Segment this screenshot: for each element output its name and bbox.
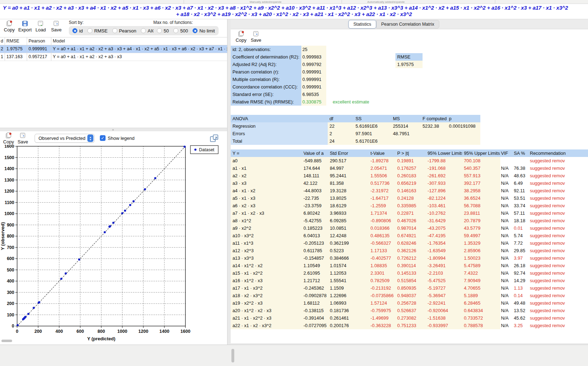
- coef-cell: 290.517: [328, 157, 369, 164]
- col-header-id[interactable]: d: [0, 37, 5, 45]
- coef-cell: 0.185223: [302, 224, 328, 232]
- coef-row: a11 · x1^3-0.2051230.362199-0.5663270.62…: [231, 239, 588, 247]
- coef-cell: -307.933: [426, 179, 462, 187]
- coef-cell: -0.890806: [369, 217, 395, 224]
- radio-sort-id[interactable]: id: [72, 28, 83, 34]
- coef-cell: a9 · x2^2: [231, 224, 302, 232]
- coef-cell: 0.517736: [369, 179, 395, 187]
- coef-cell: N/A: [500, 307, 513, 314]
- coef-cell: suggested remov: [528, 247, 588, 254]
- model-row[interactable]: 1137.1630.957217Y = a0 + a1 · x1 + a2 · …: [0, 53, 227, 61]
- vertical-scrollbar-thumb[interactable]: [231, 349, 234, 362]
- select-stepper-icon: ▲▼: [87, 134, 93, 142]
- coef-cell: suggested remov: [528, 187, 588, 194]
- coef-cell: 20.7879: [462, 217, 500, 224]
- coef-cell: suggested remov: [528, 299, 588, 307]
- coef-cell: -0.402577: [369, 254, 395, 262]
- anova-cell: [391, 137, 421, 145]
- coef-cell: 42.122: [302, 179, 328, 187]
- plot-save-button[interactable]: Save: [16, 132, 30, 144]
- coef-cell: 1.06993: [328, 299, 369, 307]
- expand-plot-button[interactable]: [210, 134, 219, 144]
- col-header-model[interactable]: Model: [51, 37, 227, 45]
- model-formula: Y = a0 + a1 · x1 + a2 · x2 + a3 · x3 + a…: [0, 4, 588, 19]
- coef-cell: suggested remov: [528, 209, 588, 217]
- scatter-plot[interactable]: 0200400600800100012001400160001002003004…: [0, 145, 227, 342]
- coef-cell: -0.138115: [302, 307, 328, 314]
- export-button[interactable]: Export: [17, 20, 33, 32]
- stats-copy-button[interactable]: Copy: [234, 31, 249, 43]
- radio-label: 50: [164, 28, 169, 34]
- tab-pearson-correlation-matrix[interactable]: Pearson Correlation Matrix: [376, 20, 439, 29]
- load-button[interactable]: Load: [33, 20, 48, 32]
- svg-text:1600: 1600: [180, 329, 190, 334]
- coef-cell: 18.18: [513, 217, 528, 224]
- coef-cell: 148.111: [302, 172, 328, 179]
- coef-cell: 0.256728: [395, 299, 426, 307]
- coef-cell: 95.2441: [328, 172, 369, 179]
- svg-text:1400: 1400: [4, 166, 14, 171]
- coef-cell: 81.358: [328, 179, 369, 187]
- coef-row: a21 · x1 · x2^2 · x3-0.3914040.261461-1.…: [231, 314, 588, 322]
- coef-cell: suggested remov: [528, 292, 588, 299]
- coef-cell: [500, 157, 513, 164]
- coef-cell: 1.08835: [369, 262, 395, 269]
- radio-maxfn-500[interactable]: 500: [173, 28, 188, 34]
- top-tab[interactable]: Automatically added/expande: [367, 0, 405, 4]
- coef-cell: 1.57124: [369, 299, 395, 307]
- stats-save-button[interactable]: Save: [249, 31, 264, 43]
- plot-view-select[interactable]: Observed vs Predicted ▲▼: [35, 134, 94, 143]
- radio-dot-icon: [173, 28, 178, 33]
- coef-cell: N/A: [500, 269, 513, 277]
- radio-sort-rmse[interactable]: RMSE: [87, 28, 108, 34]
- svg-text:1300: 1300: [4, 178, 14, 183]
- coef-cell: 392.177: [462, 179, 500, 187]
- coef-cell: -47.4195: [426, 232, 462, 239]
- radio-maxfn-50[interactable]: 50: [157, 28, 169, 34]
- radio-maxfn-no-limit[interactable]: No limit: [193, 28, 215, 34]
- coef-cell: N/A: [500, 172, 513, 179]
- radio-label: Pearson: [119, 28, 136, 34]
- radio-dot-icon: [193, 28, 198, 33]
- radio-dot-icon: [112, 28, 117, 33]
- coef-cell: a22 · x1 · x2 · x3^2: [231, 322, 302, 329]
- coef-cell: 0.643834: [462, 307, 500, 314]
- checkbox-check-icon: ✓: [100, 135, 106, 141]
- svg-text:200: 200: [7, 301, 14, 306]
- coef-cell: 19.3128: [328, 187, 369, 194]
- save-button[interactable]: Save: [48, 20, 64, 32]
- coef-cell: N/A: [500, 217, 513, 224]
- coef-cell: suggested remov: [528, 224, 588, 232]
- coef-cell: 38.2958: [462, 187, 500, 194]
- sort-by-label: Sort by:: [69, 20, 159, 25]
- coef-cell: 0.200176: [328, 322, 369, 329]
- coef-row: a9 · x2^20.18522310.08510.0183660.987014…: [231, 224, 588, 232]
- svg-text:Y (predicted): Y (predicted): [87, 336, 115, 341]
- tab-statistics[interactable]: Statistics: [348, 20, 376, 29]
- horizontal-scrollbar-thumb[interactable]: [1, 340, 12, 342]
- summary-note: excellent estimate: [333, 98, 369, 106]
- svg-text:1200: 1200: [4, 189, 14, 194]
- splitter-grip: [112, 129, 114, 131]
- plot-copy-button[interactable]: Copy: [1, 132, 16, 144]
- coef-cell: -0.391404: [302, 314, 328, 322]
- col-header-pearson[interactable]: Pearson: [27, 37, 51, 45]
- coef-cell: -0.154857: [302, 254, 328, 262]
- coef-cell: 0.261461: [328, 314, 369, 322]
- copy-button[interactable]: Copy: [1, 20, 17, 32]
- show-legend-checkbox[interactable]: ✓ Show legend: [100, 135, 134, 141]
- model-row[interactable]: 21.975750.999991Y = a0 + a1 · x1 + a2 · …: [0, 45, 227, 53]
- coef-cell: suggested remov: [528, 284, 588, 292]
- coef-cell: -103.461: [426, 202, 462, 209]
- copy-label: Copy: [3, 139, 14, 144]
- model-cell: Y = a0 + a1 · x1 + a2 · x2 + a3 · x3: [51, 53, 227, 61]
- radio-sort-pearson[interactable]: Pearson: [112, 28, 136, 34]
- coef-cell: 0.726212: [395, 254, 426, 262]
- col-header-rmse[interactable]: RMSE: [5, 37, 27, 45]
- coef-cell: 5.74: [513, 232, 528, 239]
- coef-cell: a16 · x1^2 · x3: [231, 277, 302, 284]
- coef-row: a22 · x1 · x2 · x3^2-0.07270950.200176-0…: [231, 322, 588, 329]
- top-tab[interactable]: Manually added/expande: [250, 0, 281, 4]
- radio-dot-icon: [72, 28, 77, 33]
- coef-cell: N/A: [500, 202, 513, 209]
